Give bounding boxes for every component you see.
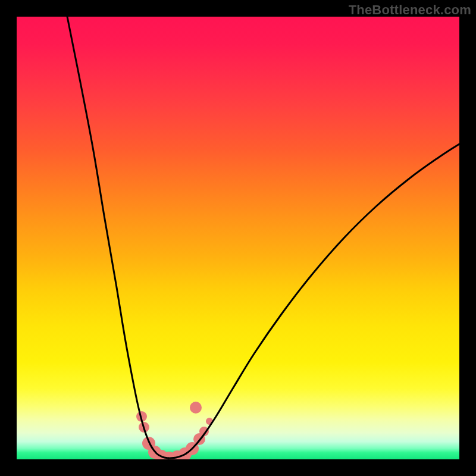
curve-right-curve [168,144,459,458]
chart-svg [17,17,459,459]
data-marker [190,402,202,414]
watermark-text: TheBottleneck.com [349,2,471,18]
plot-area [17,17,459,459]
marker-group [136,402,213,459]
chart-frame: TheBottleneck.com [0,0,476,476]
curve-left-curve [67,17,168,458]
curve-group [67,17,459,458]
